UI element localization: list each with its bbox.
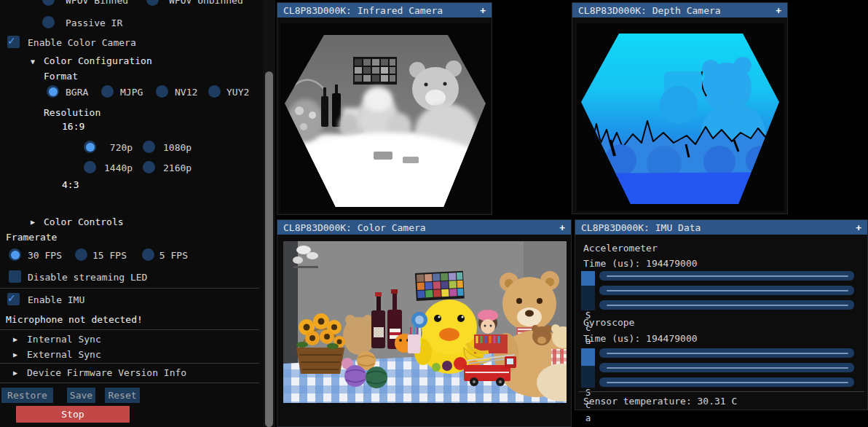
gyro-z-graph xyxy=(599,377,854,387)
depth-title: CL8P83D000K: Depth Camera xyxy=(578,5,721,16)
radio-format-yuy2-label: YUY2 xyxy=(226,86,249,98)
depth-camera-panel: CL8P83D000K: Depth Camera + xyxy=(572,2,788,214)
infrared-title: CL8P83D000K: Infrared Camera xyxy=(283,5,443,16)
color-title-bar[interactable]: CL8P83D000K: Color Camera + xyxy=(277,220,571,235)
accelerometer-label: Accelerometer xyxy=(583,242,658,254)
depth-title-bar[interactable]: CL8P83D000K: Depth Camera + xyxy=(572,3,787,17)
radio-format-nv12-label: NV12 xyxy=(175,86,197,98)
accelerometer-scale-slider[interactable]: S c a xyxy=(581,271,595,310)
radio-format-mjpg[interactable] xyxy=(101,85,114,98)
internal-sync-header[interactable]: Internal Sync xyxy=(27,333,101,345)
divider xyxy=(578,391,864,392)
radio-res-2160p[interactable] xyxy=(143,161,155,173)
color-image xyxy=(283,241,567,403)
radio-format-mjpg-label: MJPG xyxy=(120,86,143,98)
sensor-temperature: Sensor temperature: 30.31 C xyxy=(583,395,737,407)
divider xyxy=(0,363,259,364)
accelerometer-timestamp: Time (us): 194479000 xyxy=(583,257,698,270)
radio-format-bgra-label: BGRA xyxy=(66,86,88,98)
radio-fps-5[interactable] xyxy=(142,248,154,261)
stop-button[interactable]: Stop xyxy=(16,406,130,423)
enable-imu-label: Enable IMU xyxy=(28,294,84,306)
framerate-label: Framerate xyxy=(6,231,57,243)
radio-res-1080p[interactable] xyxy=(143,141,155,153)
check-icon: ✓ xyxy=(8,34,15,48)
enable-color-camera-checkbox[interactable]: ✓ xyxy=(7,36,20,48)
radio-res-1080p-label: 1080p xyxy=(163,141,192,154)
radio-fps-30[interactable] xyxy=(9,248,21,261)
slider-grab[interactable] xyxy=(581,271,595,286)
radio-fps-5-label: 5 FPS xyxy=(154,249,188,262)
color-camera-panel: CL8P83D000K: Color Camera + xyxy=(277,219,572,427)
imu-title: CL8P83D000K: IMU Data xyxy=(581,222,701,233)
external-sync-header[interactable]: External Sync xyxy=(27,348,101,361)
chevron-down-icon[interactable]: ▼ xyxy=(31,55,35,68)
add-view-plus-icon[interactable]: + xyxy=(480,5,486,16)
infrared-image xyxy=(280,23,490,213)
radio-res-1440p[interactable] xyxy=(84,161,96,173)
gyroscope-scale-slider[interactable]: S c a xyxy=(581,348,595,388)
check-icon: ✓ xyxy=(8,291,15,305)
radio-res-720p-label: 720p xyxy=(104,141,133,154)
radio-wfov-unbinned[interactable] xyxy=(146,0,159,6)
radio-format-yuy2[interactable] xyxy=(208,85,221,98)
aspect-16-9-label: 16:9 xyxy=(62,120,84,133)
add-view-plus-icon[interactable]: + xyxy=(856,222,861,233)
radio-wfov-binned[interactable] xyxy=(42,0,55,6)
radio-res-2160p-label: 2160p xyxy=(163,162,192,174)
radio-format-nv12[interactable] xyxy=(156,85,168,98)
radio-wfov-unbinned-label: WFOV Unbinned xyxy=(169,0,243,7)
enable-color-camera-label: Enable Color Camera xyxy=(28,36,136,49)
accel-x-graph xyxy=(599,271,854,281)
format-label: Format xyxy=(44,70,78,82)
color-controls-header[interactable]: Color Controls xyxy=(44,216,124,228)
chevron-right-icon[interactable]: ▶ xyxy=(13,367,17,379)
firmware-info-header[interactable]: Device Firmware Version Info xyxy=(27,367,186,379)
divider xyxy=(0,383,259,383)
scrollbar-thumb[interactable] xyxy=(265,71,273,427)
gyroscope-label: Gyroscope xyxy=(583,316,634,329)
imu-title-bar[interactable]: CL8P83D000K: IMU Data + xyxy=(575,220,867,235)
infrared-camera-panel: CL8P83D000K: Infrared Camera + xyxy=(277,2,492,215)
depth-image xyxy=(577,23,784,211)
radio-passive-ir[interactable] xyxy=(42,16,55,28)
accel-z-graph xyxy=(599,300,854,310)
gyro-y-graph xyxy=(599,363,854,372)
chevron-right-icon[interactable]: ▶ xyxy=(13,348,17,361)
imu-data-panel: CL8P83D000K: IMU Data + Accelerometer Ti… xyxy=(575,219,868,410)
slider-grab[interactable] xyxy=(581,348,595,366)
add-view-plus-icon[interactable]: + xyxy=(559,222,565,233)
add-view-plus-icon[interactable]: + xyxy=(776,5,781,16)
restore-button[interactable]: Restore xyxy=(1,388,53,403)
radio-fps-15[interactable] xyxy=(75,248,87,261)
disable-streaming-led-checkbox[interactable] xyxy=(9,270,21,283)
disable-streaming-led-label: Disable streaming LED xyxy=(28,271,147,283)
settings-sidebar: WFOV Binned WFOV Unbinned Passive IR ✓ E… xyxy=(0,0,263,427)
gyroscope-timestamp: Time (us): 194479000 xyxy=(583,332,698,345)
resolution-label: Resolution xyxy=(44,106,100,119)
divider xyxy=(0,329,259,330)
chevron-right-icon[interactable]: ▶ xyxy=(13,333,17,345)
divider xyxy=(0,288,259,289)
gyro-x-graph xyxy=(599,348,854,358)
enable-imu-checkbox[interactable]: ✓ xyxy=(7,293,20,305)
radio-res-720p[interactable] xyxy=(84,141,96,153)
radio-wfov-binned-label: WFOV Binned xyxy=(66,0,128,7)
infrared-title-bar[interactable]: CL8P83D000K: Infrared Camera + xyxy=(277,3,492,17)
sidebar-scrollbar[interactable] xyxy=(263,0,275,427)
reset-button[interactable]: Reset xyxy=(105,388,140,403)
radio-res-1440p-label: 1440p xyxy=(104,162,133,174)
radio-fps-15-label: 15 FPS xyxy=(92,249,127,262)
aspect-4-3-label: 4:3 xyxy=(62,179,79,191)
accel-y-graph xyxy=(599,286,854,295)
radio-format-bgra[interactable] xyxy=(47,85,59,98)
color-title: CL8P83D000K: Color Camera xyxy=(283,222,426,233)
chevron-right-icon[interactable]: ▶ xyxy=(31,216,35,228)
radio-fps-30-label: 30 FPS xyxy=(28,249,62,262)
radio-passive-ir-label: Passive IR xyxy=(66,17,122,29)
color-configuration-header[interactable]: Color Configuration xyxy=(44,55,152,67)
save-button[interactable]: Save xyxy=(67,388,95,403)
microphone-warning: Microphone not detected! xyxy=(6,313,143,326)
